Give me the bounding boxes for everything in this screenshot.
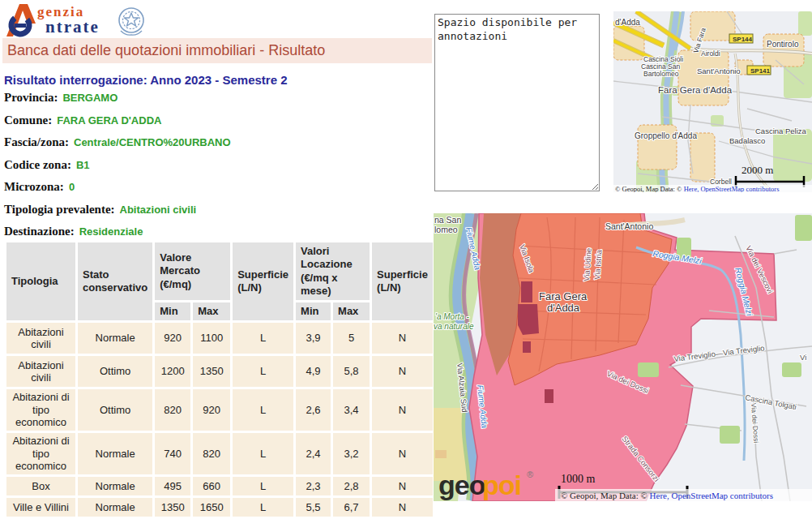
col-header-min: Min	[155, 302, 190, 320]
cell-vl-min: 5,5	[296, 498, 331, 517]
agenzia-entrate-logo-glyph	[3, 2, 39, 38]
map-label-bartolomeo: Bartolomeo	[643, 70, 679, 78]
map-label-na-san: na San	[434, 215, 461, 225]
cell-tipologia: Ville e Villini	[6, 498, 75, 517]
field-value: Residenziale	[79, 225, 143, 238]
cell-vm-max: 1350	[193, 356, 230, 387]
map-label-sant-antonio: Sant'Antonio	[605, 221, 653, 231]
cell-superficie-2: N	[372, 323, 433, 354]
field-label: Microzona:	[4, 180, 64, 193]
overview-map[interactable]: d'Adda Via Fara Pontirolo Cascina Sioli …	[613, 11, 812, 192]
cell-vl-max: 6,7	[333, 498, 370, 517]
col-header-stato: Stato conservativo	[78, 242, 152, 320]
cell-vl-min: 2,6	[296, 389, 331, 431]
field-value: Centrale/CENTRO%20URBANO	[74, 136, 231, 148]
cell-superficie-2: N	[372, 389, 433, 431]
cell-vl-min: 2,4	[296, 433, 331, 474]
logo-e-bar	[15, 24, 26, 28]
attribution-text: © Geopoi, Map Data: ©	[561, 491, 650, 500]
map-label-lomeo: lomeo	[434, 225, 458, 234]
table-row: Ville e Villini Normale 1350 1650 L 5,5 …	[6, 498, 433, 517]
field-value: 0	[69, 181, 75, 193]
cell-vl-max: 2,8	[333, 477, 370, 495]
map-attribution: © Geopoi, Map Data: © Here, OpenStreetMa…	[615, 185, 779, 193]
small-buildings	[435, 450, 447, 458]
map-attribution: © Geopoi, Map Data: © Here, OpenStreetMa…	[561, 491, 773, 500]
attribution-link-osm[interactable]: OpenStreetMap contributors	[699, 185, 779, 193]
cell-vm-max: 1100	[193, 323, 230, 354]
col-header-valore-mercato: Valore Mercato (€/mq)	[155, 242, 230, 300]
cell-vl-max: 5,8	[333, 356, 370, 387]
scale-label: 2000 m	[741, 164, 773, 176]
cell-superficie-1: L	[233, 356, 293, 387]
cell-superficie-2: N	[372, 356, 433, 387]
col-header-superficie-2: Superficie (L/N)	[372, 242, 433, 320]
col-header-tipologia: Tipologia	[6, 242, 75, 320]
field-value: BERGAMO	[62, 92, 118, 104]
field-value: B1	[76, 159, 90, 171]
map-label-fara-gera-1: Fara Gera	[539, 290, 588, 302]
field-label: Tipologia prevalente:	[4, 203, 115, 216]
cell-vm-min: 820	[155, 389, 190, 431]
map-label-groppello: Groppello d'Adda	[635, 131, 697, 140]
cell-stato: Ottimo	[78, 356, 152, 387]
attribution-link-here[interactable]: Here,	[684, 185, 699, 193]
map-label-airoldi: Airoldi	[701, 49, 720, 58]
zone-map[interactable]: na San lomeo Sant'Antonio Roggia Melzi V…	[434, 213, 812, 501]
table-row: Abitazioni di tipo economico Ottimo 820 …	[6, 389, 433, 431]
table-row: Abitazioni civili Ottimo 1200 1350 L 4,9…	[6, 356, 433, 387]
cell-vl-max: 3,2	[333, 433, 370, 474]
cell-superficie-2: N	[372, 433, 433, 474]
annotations-textarea[interactable]: Spazio disponibile per annotazioni	[434, 14, 600, 191]
cell-vl-min: 2,3	[296, 477, 331, 495]
cell-superficie-1: L	[233, 433, 293, 474]
italy-emblem-icon	[115, 3, 147, 37]
map-label-naturale: va naturale	[434, 322, 474, 331]
cell-vm-min: 1350	[155, 498, 190, 517]
cell-stato: Normale	[78, 323, 152, 354]
cell-tipologia: Abitazioni di tipo economico	[6, 389, 75, 431]
table-row: Abitazioni civili Normale 920 1100 L 3,9…	[6, 323, 433, 354]
scale-label: 1000 m	[561, 473, 596, 485]
cell-vl-min: 4,9	[296, 356, 331, 387]
cell-stato: Normale	[78, 477, 152, 495]
agenzia-entrate-logo: genzia ntrate	[3, 2, 149, 38]
field-destinazione: Destinazione:Residenziale	[4, 224, 425, 238]
cell-superficie-2: N	[372, 477, 433, 495]
field-label: Destinazione:	[4, 225, 75, 238]
field-microzona: Microzona:0	[4, 179, 425, 194]
cell-stato: Normale	[78, 433, 152, 474]
map-label-fara-gera-2: d'Adda	[547, 302, 580, 314]
cell-vm-max: 920	[193, 389, 230, 431]
sp141-badge-label: SP141	[750, 67, 771, 75]
attribution-link-osm[interactable]: OpenStreetMap contributors	[669, 491, 773, 500]
map-label-dadda: d'Adda	[615, 18, 640, 27]
field-tipologia-prevalente: Tipologia prevalente:Abitazioni civili	[4, 202, 425, 217]
attribution-link-here[interactable]: Here,	[650, 491, 669, 500]
sp144-badge-label: SP144	[733, 36, 753, 43]
col-header-min: Min	[296, 302, 331, 320]
map-label-badalasco: Badalasco	[729, 136, 765, 145]
quotes-table: Tipologia Stato conservativo Valore Merc…	[4, 240, 435, 519]
cell-tipologia: Abitazioni civili	[6, 356, 75, 387]
table-row: Box Normale 495 660 L 2,3 2,8 N	[6, 477, 433, 495]
cell-vm-max: 1650	[193, 498, 230, 517]
map-label-morta: 'a Morta -	[435, 312, 470, 321]
map-label-pontirolo: Pontirolo	[767, 40, 799, 49]
cell-stato: Normale	[78, 498, 152, 517]
cell-vl-min: 3,9	[296, 323, 331, 354]
cell-vl-max: 5	[333, 323, 370, 354]
cell-superficie-1: L	[233, 323, 293, 354]
col-header-max: Max	[193, 302, 230, 320]
cell-vm-min: 920	[155, 323, 190, 354]
field-provincia: Provincia:BERGAMO	[4, 90, 425, 105]
col-header-max: Max	[333, 302, 370, 320]
geopoi-logo: geo poi ®	[438, 470, 533, 500]
cell-superficie-1: L	[233, 477, 293, 495]
page-title-banner: Banca dati delle quotazioni immobiliari …	[2, 38, 432, 63]
field-value: Abitazioni civili	[120, 204, 197, 216]
map-label-fara-gera: Fara Gera d'Adda	[658, 85, 733, 95]
geopoi-logo-poi: poi	[482, 470, 521, 500]
map-label-sant-antonio: Sant'Antonio	[697, 66, 741, 75]
col-header-valori-locazione: Valori Locazione (€/mq x mese)	[296, 242, 370, 300]
